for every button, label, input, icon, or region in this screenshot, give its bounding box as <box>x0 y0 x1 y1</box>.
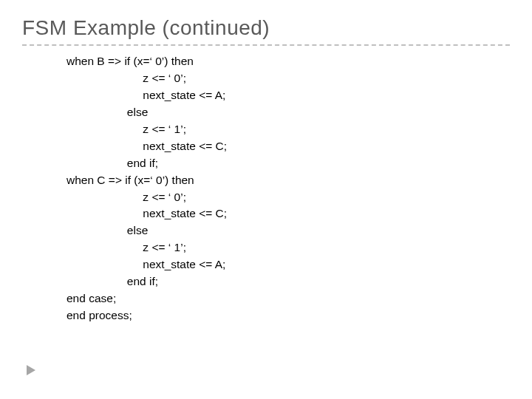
code-line: end process; <box>66 309 132 321</box>
triangle-bullet-icon <box>27 365 37 375</box>
code-line: next_state <= A; <box>66 89 225 101</box>
code-line: end if; <box>66 275 158 287</box>
code-line: when C => if (x=‘ 0’) then <box>66 174 194 186</box>
code-line: when B => if (x=‘ 0’) then <box>66 55 194 67</box>
slide-title: FSM Example (continued) <box>22 16 510 40</box>
slide: FSM Example (continued) when B => if (x=… <box>0 0 532 399</box>
code-line: z <= ‘ 0’; <box>66 191 186 203</box>
code-line: z <= ‘ 0’; <box>66 72 186 84</box>
code-line: end case; <box>66 292 116 304</box>
code-line: else <box>66 106 148 118</box>
code-line: z <= ‘ 1’; <box>66 123 186 135</box>
svg-marker-0 <box>27 365 35 375</box>
code-block: when B => if (x=‘ 0’) then z <= ‘ 0’; ne… <box>22 53 510 324</box>
code-line: next_state <= A; <box>66 258 225 270</box>
code-line: end if; <box>66 157 158 169</box>
code-line: z <= ‘ 1’; <box>66 241 186 253</box>
title-divider <box>22 44 510 46</box>
code-line: else <box>66 224 148 236</box>
code-line: next_state <= C; <box>66 140 227 152</box>
code-line: next_state <= C; <box>66 207 227 219</box>
